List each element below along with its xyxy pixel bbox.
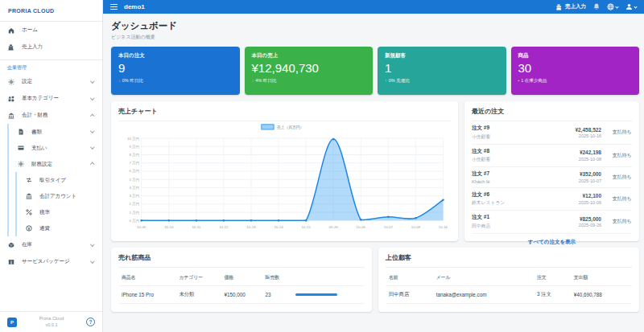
svg-text:2 万円: 2 万円 [129,202,138,206]
recent-orders-card: 最近の注文 注文 #9小売顧客¥2,458,5222025-10-16支払待ち注… [464,101,639,241]
sidebar-item[interactable]: 会計アカウント [17,188,102,204]
svg-text:4 万円: 4 万円 [129,186,138,190]
order-row[interactable]: 注文 #9小売顧客¥2,458,5222025-10-16支払待ち [472,121,632,145]
stat-delta: ▪1 在庫少商品 [518,78,633,84]
stat-delta: ↑0% 先週比 [385,78,499,84]
sidebar-item[interactable]: 書類 [9,124,102,140]
order-row[interactable]: 注文 #7Khách lẻ¥352,0002025-10-07支払待ち [472,167,632,188]
table-row[interactable]: iPhone 15 Pro未分類¥150,00023 [118,286,365,304]
percent-icon [25,209,32,216]
chevron-down-icon [634,5,637,8]
sales-chart: 売上（百万円） 0 万円1 万円2 万円3 万円4 万円5 万円6 万円7 万円… [118,121,451,234]
order-id: 注文 #6 [472,191,579,199]
svg-text:10 万円: 10 万円 [127,137,139,141]
sidebar-item-label: 会計アカウント [39,193,95,200]
bank-icon [7,112,14,119]
column-header: 価格 [221,269,262,286]
order-date: 2025-10-07 [579,178,601,183]
order-id: 注文 #9 [472,125,575,132]
main-column: demo1 売上入力 [103,0,644,332]
order-customer: 小売顧客 [472,156,579,163]
order-row[interactable]: 注文 #1田中商店¥825,0002025-09-26支払待ち [472,211,632,234]
legend-swatch [262,125,274,129]
package-icon [7,258,14,265]
column-header [292,269,365,286]
product-sold: 23 [262,286,293,304]
order-status: 支払待ち [608,218,632,225]
svg-text:10-08: 10-08 [411,225,421,229]
help-icon[interactable]: ? [86,318,95,326]
chevron-down-icon [90,129,94,133]
sidebar-item[interactable]: ホーム [0,22,102,39]
svg-text:3 万円: 3 万円 [129,194,138,198]
gear-icon [17,161,24,168]
order-status: 支払待ち [608,174,632,181]
language-globe-icon[interactable] [607,3,618,10]
sidebar-item[interactable]: 在庫 [0,236,102,253]
customer-name: 田中商店 [386,286,433,304]
stat-label: 本日の売上 [252,52,366,59]
stat-value: 1 [385,62,499,76]
top-customers-table: 名前メール注文支出額 田中商店tanaka@example.com3 注文¥40… [386,269,632,304]
svg-text:9 万円: 9 万円 [129,145,138,149]
sidebar-item[interactable]: 会計・財務 [0,107,102,124]
top-customers-card: 上位顧客 名前メール注文支出額 田中商店tanaka@example.com3 … [378,248,639,312]
order-amount: ¥352,000 [579,171,601,177]
sidebar-item[interactable]: 売上入力 [0,39,102,55]
svg-text:10-13: 10-13 [246,225,256,229]
column-header: 名前 [386,269,433,286]
swap-icon [25,177,32,184]
svg-text:10-10: 10-10 [164,225,174,229]
category-icon [7,95,14,102]
column-header: メール [433,269,534,286]
column-header: カテゴリー [175,269,221,286]
notifications-bell-icon[interactable] [593,3,600,10]
dashboard-content: ダッシュボード ビジネス活動の概要 本日の注文9↓0% 昨日比本日の売上¥12,… [103,14,644,332]
table-row[interactable]: 田中商店tanaka@example.com3 注文¥40,690,788 [386,286,632,304]
view-all-orders-link[interactable]: すべての注文を表示 [472,234,632,248]
chevron-down-icon [90,146,94,150]
sidebar-item[interactable]: 支払い [9,140,102,156]
top-customers-title: 上位顧客 [386,253,632,268]
svg-text:10-16: 10-16 [439,225,448,229]
bank-icon [25,193,32,200]
chevron-down-icon [90,259,94,263]
sidebar-item[interactable]: 財務設定 [9,156,102,172]
customer-spent: ¥40,690,788 [571,286,632,304]
sales-entry-button[interactable]: 売上入力 [556,3,586,10]
svg-text:10-11: 10-11 [192,225,200,229]
stat-value: 9 [118,62,233,76]
sidebar-section-label: 企業管理 [0,59,102,73]
sidebar-item-label: 通貨 [39,225,95,232]
sidebar: PRORIA CLOUD ホーム売上入力 企業管理 設定基本カテゴリー会計・財務… [0,0,103,332]
order-row[interactable]: 注文 #8小売顧客¥242,1982025-10-08支払待ち [472,145,632,168]
menu-toggle-icon[interactable] [110,4,118,10]
workspace-title: demo1 [124,3,145,10]
sidebar-item-label: 基本カテゴリー [22,95,91,102]
top-products-table: 商品名カテゴリー価格販売数 iPhone 15 Pro未分類¥150,00023 [118,269,365,304]
payment-icon [17,145,24,152]
chevron-down-icon [90,79,94,83]
svg-text:7 万円: 7 万円 [129,161,138,165]
sidebar-item-label: 財務設定 [31,161,91,168]
sidebar-item[interactable]: 通貨 [17,220,102,236]
sidebar-item[interactable]: サービスパッケージ [0,253,102,270]
svg-text:09-26: 09-26 [329,225,339,229]
page-title: ダッシュボード [111,20,639,32]
pos-icon [556,4,563,10]
sales-chart-svg: 売上（百万円） 0 万円1 万円2 万円3 万円4 万円5 万円6 万円7 万円… [118,121,451,231]
user-account-icon[interactable] [625,3,637,10]
sidebar-item-label: 会計・財務 [22,112,91,119]
sidebar-item[interactable]: 設定 [0,73,102,90]
sidebar-item[interactable]: 基本カテゴリー [0,90,102,107]
sidebar-item[interactable]: 税率 [17,204,102,220]
svg-text:10-09: 10-09 [137,225,147,229]
sidebar-item-label: ホーム [22,27,95,34]
sidebar-submenu: 書類支払い財務設定取引タイプ会計アカウント税率通貨 [7,124,102,236]
stat-card-2: 新規顧客1↑0% 先週比 [378,47,506,95]
stat-card-1: 本日の売上¥12,940,730↓4% 昨日比 [245,47,374,95]
product-name: iPhone 15 Pro [118,286,175,304]
sidebar-item[interactable]: 取引タイプ [17,172,102,188]
svg-text:8 万円: 8 万円 [129,153,138,157]
order-row[interactable]: 注文 #6鈴木レストラン¥12,1002025-10-06支払待ち [472,188,632,211]
